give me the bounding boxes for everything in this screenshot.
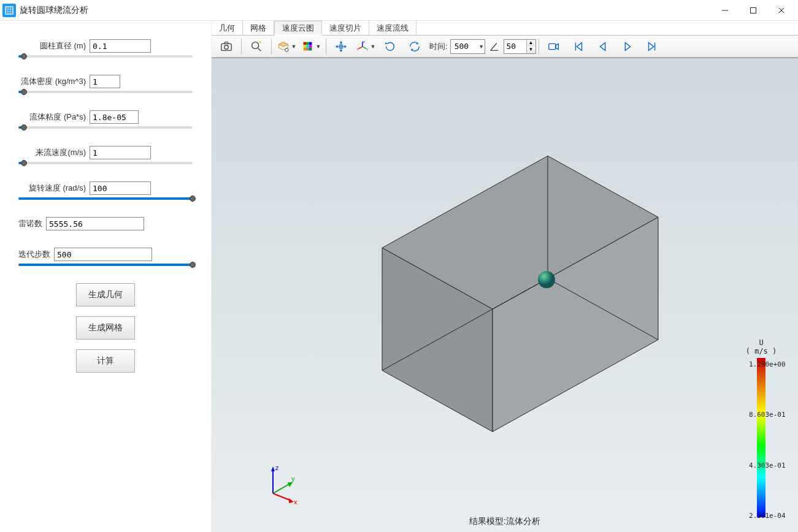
svg-rect-11 xyxy=(309,45,312,48)
velocity-input[interactable] xyxy=(90,146,151,159)
viscosity-input[interactable] xyxy=(90,110,139,124)
param-label: 雷诺数 xyxy=(18,218,42,229)
window-title: 旋转圆球绕流分析 xyxy=(20,5,88,16)
steps-slider[interactable] xyxy=(18,264,193,266)
slider-thumb-icon[interactable] xyxy=(21,53,27,59)
zoom-fit-button[interactable] xyxy=(245,37,267,56)
camera-icon xyxy=(220,40,233,53)
time-label: 时间: xyxy=(429,41,448,52)
record-icon xyxy=(547,40,561,53)
svg-text:x: x xyxy=(294,498,297,506)
svg-rect-7 xyxy=(306,42,309,45)
last-frame-button[interactable] xyxy=(641,37,663,56)
zoom-fit-icon xyxy=(250,40,263,53)
tab-geometry[interactable]: 几何 xyxy=(212,21,243,35)
tab-velocity-slice[interactable]: 速度切片 xyxy=(322,21,369,35)
svg-rect-0 xyxy=(6,7,13,14)
slider-thumb-icon[interactable] xyxy=(190,196,196,202)
3d-viewport[interactable]: z y x U ( m/s ) 1.290e+00 8.603e-01 4.30… xyxy=(212,58,798,532)
free-rotate-button[interactable] xyxy=(404,37,426,56)
angle-icon xyxy=(488,40,501,53)
svg-rect-10 xyxy=(306,45,309,48)
param-label: 流体密度 (kg/m^3) xyxy=(18,76,86,87)
steps-input[interactable] xyxy=(54,248,152,261)
prev-frame-icon xyxy=(596,40,610,53)
tab-velocity-contour[interactable]: 速度云图 xyxy=(274,21,322,36)
rotation-input[interactable] xyxy=(90,181,151,195)
generate-mesh-button[interactable]: 生成网格 xyxy=(76,316,135,340)
param-steps: 迭代步数 xyxy=(18,248,193,266)
move-icon xyxy=(334,40,348,53)
legend-unit: ( m/s ) xyxy=(746,347,777,355)
pan-button[interactable] xyxy=(330,37,352,56)
slider-thumb-icon[interactable] xyxy=(190,262,196,268)
record-button[interactable] xyxy=(543,37,565,56)
svg-point-5 xyxy=(285,48,288,51)
angle-button[interactable] xyxy=(486,37,502,56)
step-spin[interactable]: ▲ ▼ xyxy=(504,39,536,54)
velocity-slider[interactable] xyxy=(18,162,193,164)
parameter-panel: 圆柱直径 (m) 流体密度 (kg/m^3) 流体粘度 (Pa*s) xyxy=(0,21,212,532)
diameter-input[interactable] xyxy=(90,39,151,53)
axis-toggle-icon: zyx xyxy=(356,40,369,53)
screenshot-button[interactable] xyxy=(215,37,237,56)
svg-rect-19 xyxy=(548,44,555,49)
slider-thumb-icon[interactable] xyxy=(21,124,27,131)
slider-thumb-icon[interactable] xyxy=(21,160,27,166)
density-slider[interactable] xyxy=(18,91,193,93)
title-bar: 旋转圆球绕流分析 xyxy=(0,0,798,21)
calculate-button[interactable]: 计算 xyxy=(76,349,135,373)
chevron-down-icon: ▼ xyxy=(480,44,483,50)
param-label: 迭代步数 xyxy=(18,249,50,260)
svg-rect-6 xyxy=(303,42,306,45)
rotate-icon xyxy=(408,40,421,53)
param-label: 来流速度(m/s) xyxy=(18,147,86,158)
svg-rect-9 xyxy=(303,45,306,48)
svg-text:z: z xyxy=(275,464,279,471)
svg-rect-13 xyxy=(306,47,309,50)
reynolds-input[interactable] xyxy=(46,217,144,230)
prev-frame-button[interactable] xyxy=(592,37,614,56)
selection-button[interactable]: ▼ xyxy=(275,37,297,56)
rotation-slider[interactable] xyxy=(18,197,193,200)
generate-geometry-button[interactable]: 生成几何 xyxy=(76,283,135,306)
svg-text:x: x xyxy=(356,47,358,50)
tab-mesh[interactable]: 网格 xyxy=(243,21,274,35)
param-label: 流体粘度 (Pa*s) xyxy=(18,112,86,123)
param-viscosity: 流体粘度 (Pa*s) xyxy=(18,110,193,129)
svg-text:y: y xyxy=(366,47,368,50)
density-input[interactable] xyxy=(90,75,120,88)
first-frame-button[interactable] xyxy=(567,37,589,56)
param-diameter: 圆柱直径 (m) xyxy=(18,39,193,58)
param-reynolds: 雷诺数 xyxy=(18,217,193,230)
chevron-down-icon: ▼ xyxy=(316,44,321,50)
legend-title: U xyxy=(759,338,763,347)
window-close-button[interactable] xyxy=(767,0,796,21)
param-density: 流体密度 (kg/m^3) xyxy=(18,75,193,93)
last-frame-icon xyxy=(645,40,659,53)
slider-thumb-icon[interactable] xyxy=(21,89,27,95)
spin-up-icon[interactable]: ▲ xyxy=(527,40,535,47)
spin-down-icon[interactable]: ▼ xyxy=(527,47,535,53)
play-icon xyxy=(621,40,634,53)
domain-box-icon xyxy=(315,119,695,439)
param-rotation: 旋转速度 (rad/s) xyxy=(18,181,193,200)
svg-rect-1 xyxy=(751,7,756,13)
window-minimize-button[interactable] xyxy=(711,0,739,21)
time-combo[interactable]: 500 ▼ xyxy=(450,39,485,54)
legend-tick: 2.361e-04 xyxy=(749,512,786,520)
svg-line-28 xyxy=(273,484,290,493)
tab-streamlines[interactable]: 速度流线 xyxy=(369,21,416,35)
svg-rect-12 xyxy=(303,47,306,50)
legend-tick: 8.603e-01 xyxy=(749,411,786,419)
viscosity-slider[interactable] xyxy=(18,126,193,129)
result-tabs: 几何 网格 速度云图 速度切片 速度流线 xyxy=(212,21,798,36)
diameter-slider[interactable] xyxy=(18,55,193,58)
main-area: 几何 网格 速度云图 速度切片 速度流线 ▼ ▼ xyxy=(212,21,798,532)
window-maximize-button[interactable] xyxy=(739,0,767,21)
play-button[interactable] xyxy=(616,37,639,56)
colormap-button[interactable]: ▼ xyxy=(300,37,322,56)
axis-toggle-button[interactable]: zyx ▼ xyxy=(355,37,377,56)
rotate-90-button[interactable] xyxy=(379,37,401,56)
step-input[interactable] xyxy=(504,40,526,53)
